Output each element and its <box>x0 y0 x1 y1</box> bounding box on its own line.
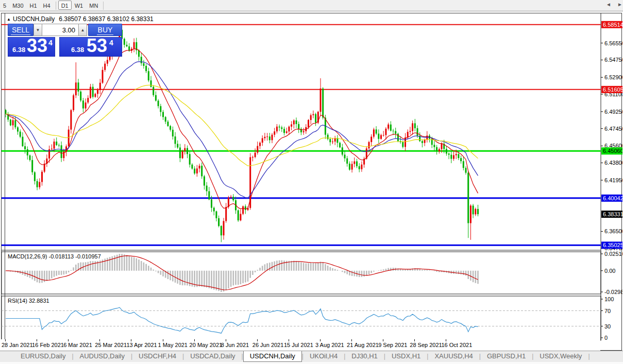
sell-button-label: SELL <box>11 26 30 35</box>
svg-text:-0.029881: -0.029881 <box>604 289 622 295</box>
svg-text:6.52900: 6.52900 <box>604 74 622 80</box>
date-tick <box>320 339 321 341</box>
date-tick <box>163 339 163 341</box>
date-label: 20 May 2021 <box>190 342 223 348</box>
timeframe-button-H4[interactable]: H4 <box>40 1 54 10</box>
volume-increase-button[interactable]: ▲ <box>78 24 87 36</box>
timeframe-button-H1[interactable]: H1 <box>27 1 40 10</box>
svg-text:6.36500: 6.36500 <box>604 228 622 234</box>
volume-input[interactable] <box>42 24 78 36</box>
chart-window: 6.565506.547506.529006.511006.492506.474… <box>1 13 622 351</box>
sell-price-big: 33 <box>27 35 47 57</box>
date-label: 15 Jul 2021 <box>284 342 313 348</box>
date-label: 8 Jun 2021 <box>221 342 249 348</box>
symbol-tab-XAUUSD-H4[interactable]: XAUUSD,H4 <box>428 351 479 362</box>
symbol-tab-USDCHF-H4[interactable]: USDCHF,H4 <box>132 351 182 362</box>
rsi-pane <box>2 307 601 333</box>
one-click-trade-panel: SELL ▼ ▲ BUY 6.38 33 4 6.38 53 4 <box>8 24 122 57</box>
spin-up-icon: ▲ <box>81 28 85 32</box>
symbol-tab-EURUSD-Daily[interactable]: EURUSD,Daily <box>14 351 72 362</box>
date-label: 21 Aug 2021 <box>347 342 379 348</box>
svg-text:6.56550: 6.56550 <box>604 40 622 46</box>
timeframe-button-W1[interactable]: W1 <box>72 1 87 10</box>
symbol-tab-DJ30-H1[interactable]: DJ30,H1 <box>345 351 384 362</box>
date-label: 28 Jan 2021 <box>2 342 33 348</box>
pane-borders <box>2 13 601 340</box>
svg-text:6.35025: 6.35025 <box>603 242 622 248</box>
symbol-tab-USDX-Weekly[interactable]: USDX,Weekly <box>533 351 588 362</box>
date-label: 25 Mar 2021 <box>95 342 127 348</box>
svg-text:0: 0 <box>604 335 608 341</box>
sell-price-sup: 4 <box>48 39 53 47</box>
symbol-tab-UKOil-H4[interactable]: UKOil,H4 <box>304 351 344 362</box>
date-tick <box>131 339 131 341</box>
sell-price-prefix: 6.38 <box>12 46 25 54</box>
chart-title-symbol: USDCNH,Daily <box>13 15 55 23</box>
toolbar-separator <box>56 2 56 10</box>
symbol-tab-USDCAD-Daily[interactable]: USDCAD,Daily <box>184 351 241 362</box>
date-label: 16 Oct 2021 <box>441 342 472 348</box>
symbol-tab-USDX-H1[interactable]: USDX,H1 <box>385 351 427 362</box>
chart-title: ▲USDCNH,Daily6.38507 6.38637 6.38102 6.3… <box>7 15 154 23</box>
tab-scroll-left-button[interactable]: ◄ <box>606 2 611 7</box>
price-chart-canvas[interactable]: 6.565506.547506.529006.511006.492506.474… <box>2 13 622 351</box>
indicator-axis-labels: 0.0251080.00-0.02988110070300 <box>601 251 622 341</box>
buy-price-sup: 4 <box>109 39 113 47</box>
svg-text:6.45060: 6.45060 <box>603 148 622 154</box>
symbol-tab-AUDUSD-Daily[interactable]: AUDUSD,Daily <box>74 351 131 362</box>
tab-scroll-right-button[interactable]: ► <box>617 2 622 7</box>
svg-text:6.43800: 6.43800 <box>604 160 622 166</box>
date-label: 28 Sep 2021 <box>410 342 442 348</box>
toolbar-separator <box>103 2 104 10</box>
date-label: 3 Aug 2021 <box>315 342 344 348</box>
rsi-line <box>6 307 478 333</box>
symbol-tab-GBPUSD-H1[interactable]: GBPUSD,H1 <box>481 351 532 362</box>
date-label: 16 Feb 2021 <box>32 342 64 348</box>
date-tick <box>257 339 258 341</box>
date-tick <box>37 339 37 341</box>
buy-button-label: BUY <box>97 26 114 35</box>
date-tick <box>446 339 446 341</box>
date-label: 1 May 2021 <box>158 342 188 348</box>
date-tick <box>226 339 226 341</box>
svg-text:6.38331: 6.38331 <box>603 211 622 217</box>
timeframe-button-D1[interactable]: D1 <box>58 1 72 10</box>
volume-decrease-button[interactable]: ▼ <box>33 24 42 36</box>
price-axis-labels: 6.565506.547506.529006.511006.492506.474… <box>601 40 622 252</box>
svg-text:6.40042: 6.40042 <box>603 195 622 201</box>
timeframe-toolbar: 5M30H1H4D1W1MN <box>0 0 623 11</box>
svg-text:6.47450: 6.47450 <box>604 126 622 132</box>
svg-text:0.00: 0.00 <box>604 268 615 274</box>
date-tick <box>289 339 289 341</box>
buy-button[interactable]: BUY <box>88 24 122 36</box>
sell-button[interactable]: SELL <box>8 24 33 36</box>
timeframe-button-M30[interactable]: M30 <box>9 1 26 10</box>
date-tick <box>5 339 6 341</box>
svg-text:6.54750: 6.54750 <box>604 57 622 63</box>
date-label: 9 Sep 2021 <box>378 342 407 348</box>
buy-price-big: 53 <box>87 35 107 57</box>
buy-price-box[interactable]: 6.38 53 4 <box>59 37 122 57</box>
symbol-tab-USDCNH-Daily[interactable]: USDCNH,Daily <box>243 351 302 362</box>
timeframe-button-MN[interactable]: MN <box>86 1 101 10</box>
ma-slow-line <box>6 85 478 166</box>
date-tick <box>68 339 69 341</box>
svg-text:6.51605: 6.51605 <box>603 86 622 93</box>
collapse-triangle-icon[interactable]: ▲ <box>7 17 11 22</box>
svg-text:100: 100 <box>604 296 614 302</box>
ma-fast-line <box>6 49 478 209</box>
date-axis[interactable]: 28 Jan 202116 Feb 20216 Mar 202125 Mar 2… <box>1 339 600 351</box>
candlesticks <box>5 25 479 242</box>
macd-signal-line <box>6 256 478 290</box>
svg-text:6.49250: 6.49250 <box>604 109 622 115</box>
sell-price-box[interactable]: 6.38 33 4 <box>8 37 55 57</box>
date-tick <box>351 339 352 341</box>
macd-indicator-label: MACD(12,26,9) -0.018113 -0.010957 <box>8 253 101 259</box>
symbol-tab-bar: EURUSD,Daily | AUDUSD,Daily | USDCHF,H4 … <box>0 351 623 362</box>
bottom-strip <box>0 362 623 364</box>
chart-title-quotes: 6.38507 6.38637 6.38102 6.38331 <box>59 15 154 23</box>
date-tick <box>99 339 100 341</box>
date-tick <box>194 339 195 341</box>
price-badges: 6.585146.516056.450606.400426.383316.350… <box>601 21 622 249</box>
timeframe-button-5[interactable]: 5 <box>0 1 9 10</box>
